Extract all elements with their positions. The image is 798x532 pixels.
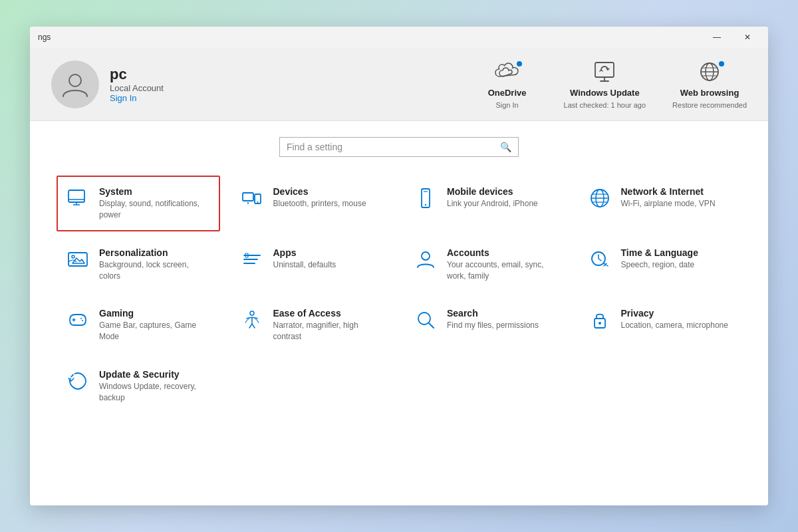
privacy-icon: [588, 308, 612, 332]
setting-item-system[interactable]: System Display, sound, notifications, po…: [57, 176, 220, 231]
web-browsing-title: Web browsing: [680, 88, 739, 98]
svg-point-31: [422, 252, 430, 260]
onedrive-subtitle: Sign In: [495, 100, 518, 110]
setting-item-ease-of-access[interactable]: Ease of Access Narrator, magnifier, high…: [231, 297, 394, 353]
minimize-button[interactable]: —: [702, 27, 732, 48]
apps-desc: Uninstall, defaults: [273, 259, 336, 271]
personalization-text: Personalization Background, lock screen,…: [99, 247, 211, 282]
mobile-devices-icon: [414, 186, 438, 210]
close-button[interactable]: ✕: [732, 27, 763, 48]
apps-title: Apps: [273, 247, 336, 258]
windows-update-title: Windows Update: [570, 88, 640, 98]
devices-desc: Bluetooth, printers, mouse: [273, 198, 366, 209]
gaming-title: Gaming: [99, 308, 211, 319]
setting-item-devices[interactable]: Devices Bluetooth, printers, mouse: [231, 176, 394, 231]
user-text: pc Local Account Sign In: [110, 66, 164, 103]
accounts-icon: [414, 247, 438, 271]
update-security-desc: Windows Update, recovery, backup: [99, 381, 211, 404]
web-browsing-subtitle: Restore recommended: [672, 100, 747, 110]
ease-of-access-icon: [240, 308, 264, 332]
titlebar: ngs — ✕: [30, 27, 768, 48]
gaming-icon: [66, 308, 90, 332]
update-security-icon: [66, 369, 90, 393]
main-content: 🔍 System Display, sound, no: [30, 121, 768, 505]
setting-item-gaming[interactable]: Gaming Game Bar, captures, Game Mode: [57, 297, 220, 353]
time-language-text: Time & Language Speech, region, date: [621, 247, 698, 271]
account-type: Local Account: [110, 83, 164, 93]
devices-text: Devices Bluetooth, printers, mouse: [273, 186, 366, 209]
svg-point-41: [598, 322, 601, 325]
setting-item-update-security[interactable]: Update & Security Windows Update, recove…: [57, 358, 220, 414]
search-icon: 🔍: [500, 142, 511, 152]
system-icon: [66, 186, 90, 210]
personalization-icon: [66, 247, 90, 271]
time-language-icon: [588, 247, 612, 271]
apps-icon: [240, 247, 264, 271]
windows-update-icon: [589, 59, 620, 85]
svg-point-26: [72, 255, 74, 258]
setting-item-network-internet[interactable]: Network & Internet Wi-Fi, airplane mode,…: [579, 176, 742, 231]
svg-point-36: [82, 320, 83, 321]
svg-point-18: [425, 204, 426, 205]
ease-of-access-text: Ease of Access Narrator, magnifier, high…: [273, 308, 385, 342]
apps-text: Apps Uninstall, defaults: [273, 247, 336, 271]
header-panel: pc Local Account Sign In OneDrive Sign I…: [30, 48, 768, 121]
search-settings-desc: Find my files, permissions: [447, 320, 539, 331]
accounts-desc: Your accounts, email, sync, work, family: [447, 259, 559, 282]
svg-point-0: [69, 74, 81, 86]
header-items: OneDrive Sign In Windows Update Last: [477, 59, 747, 110]
username: pc: [110, 66, 164, 83]
search-box[interactable]: 🔍: [279, 137, 519, 157]
settings-window: ngs — ✕ pc Local Account Sign In: [30, 27, 768, 505]
header-item-onedrive[interactable]: OneDrive Sign In: [477, 59, 537, 110]
user-info: pc Local Account Sign In: [51, 61, 164, 108]
svg-point-35: [80, 318, 82, 319]
svg-rect-7: [68, 190, 84, 202]
setting-item-privacy[interactable]: Privacy Location, camera, microphone: [579, 297, 742, 353]
window-title: ngs: [38, 33, 51, 42]
mobile-devices-desc: Link your Android, iPhone: [447, 198, 538, 209]
header-item-web-browsing[interactable]: Web browsing Restore recommended: [672, 59, 747, 110]
onedrive-icon: [491, 59, 523, 85]
network-internet-text: Network & Internet Wi-Fi, airplane mode,…: [621, 186, 716, 209]
windows-update-subtitle: Last checked: 1 hour ago: [564, 100, 646, 110]
network-internet-desc: Wi-Fi, airplane mode, VPN: [621, 198, 716, 209]
system-desc: Display, sound, notifications, power: [99, 198, 211, 221]
gaming-desc: Game Bar, captures, Game Mode: [99, 320, 211, 342]
search-settings-icon: [414, 308, 438, 332]
setting-item-search[interactable]: Search Find my files, permissions: [404, 297, 568, 353]
privacy-text: Privacy Location, camera, microphone: [621, 308, 728, 331]
sign-in-link[interactable]: Sign In: [110, 93, 164, 103]
setting-item-time-language[interactable]: Time & Language Speech, region, date: [579, 237, 742, 293]
svg-rect-1: [595, 63, 614, 77]
header-item-windows-update[interactable]: Windows Update Last checked: 1 hour ago: [564, 59, 646, 110]
web-browsing-icon: [694, 59, 726, 85]
setting-item-apps[interactable]: Apps Uninstall, defaults: [231, 237, 394, 293]
ease-of-access-title: Ease of Access: [273, 308, 385, 319]
search-settings-text: Search Find my files, permissions: [447, 308, 539, 331]
system-title: System: [99, 186, 211, 197]
system-text: System Display, sound, notifications, po…: [99, 186, 211, 221]
ease-of-access-desc: Narrator, magnifier, high contrast: [273, 320, 385, 342]
svg-point-16: [257, 201, 258, 202]
search-settings-title: Search: [447, 308, 539, 319]
web-browsing-status-dot: [718, 60, 726, 68]
gaming-text: Gaming Game Bar, captures, Game Mode: [99, 308, 211, 342]
svg-rect-12: [243, 193, 253, 201]
setting-item-accounts[interactable]: Accounts Your accounts, email, sync, wor…: [404, 237, 568, 293]
setting-item-mobile-devices[interactable]: Mobile devices Link your Android, iPhone: [404, 176, 568, 231]
personalization-title: Personalization: [99, 247, 211, 258]
mobile-devices-title: Mobile devices: [447, 186, 538, 197]
svg-point-37: [250, 311, 254, 315]
search-input[interactable]: [287, 142, 500, 152]
personalization-desc: Background, lock screen, colors: [99, 259, 211, 282]
accounts-title: Accounts: [447, 247, 559, 258]
network-internet-title: Network & Internet: [621, 186, 716, 197]
onedrive-title: OneDrive: [488, 88, 527, 98]
avatar: [51, 61, 99, 108]
svg-rect-13: [255, 194, 261, 203]
svg-line-39: [429, 323, 434, 328]
search-container: 🔍: [57, 137, 741, 157]
mobile-devices-text: Mobile devices Link your Android, iPhone: [447, 186, 538, 209]
setting-item-personalization[interactable]: Personalization Background, lock screen,…: [57, 237, 220, 293]
